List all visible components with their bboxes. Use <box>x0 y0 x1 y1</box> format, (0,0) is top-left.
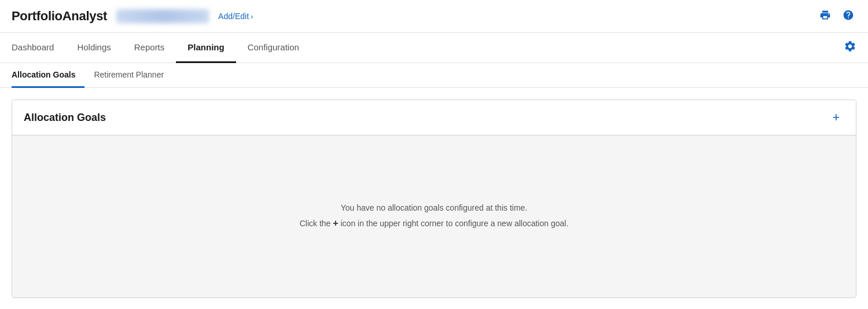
add-edit-link[interactable]: Add/Edit › <box>218 12 253 21</box>
card-header: Allocation Goals + <box>12 100 856 135</box>
empty-state-line2: Click the + icon in the upper right corn… <box>300 215 569 232</box>
allocation-goals-card: Allocation Goals + You have no allocatio… <box>12 100 856 298</box>
header-left: PortfolioAnalyst Add/Edit › <box>12 9 253 24</box>
print-button[interactable] <box>817 8 833 24</box>
settings-gear-button[interactable] <box>844 40 856 56</box>
nav-tabs-left: Dashboard Holdings Reports Planning Conf… <box>12 33 311 62</box>
card-body: You have no allocation goals configured … <box>12 135 856 297</box>
chevron-right-icon: › <box>251 12 253 21</box>
tab-holdings[interactable]: Holdings <box>65 33 122 63</box>
sub-tab-allocation-goals[interactable]: Allocation Goals <box>12 63 84 88</box>
tab-reports[interactable]: Reports <box>123 33 176 63</box>
sub-tab-retirement-planner[interactable]: Retirement Planner <box>84 63 173 88</box>
header-right <box>817 8 856 24</box>
empty-state: You have no allocation goals configured … <box>300 201 569 232</box>
plus-inline-icon: + <box>333 218 338 228</box>
sub-tabs: Allocation Goals Retirement Planner <box>0 63 868 88</box>
card-title: Allocation Goals <box>24 112 106 124</box>
tab-dashboard[interactable]: Dashboard <box>12 33 65 63</box>
tab-configuration[interactable]: Configuration <box>236 33 311 63</box>
help-button[interactable] <box>840 8 856 24</box>
app-title: PortfolioAnalyst <box>12 9 107 24</box>
add-allocation-goal-button[interactable]: + <box>828 109 844 126</box>
account-selector-blurred[interactable] <box>116 9 209 23</box>
print-icon <box>819 9 831 24</box>
header: PortfolioAnalyst Add/Edit › <box>0 0 868 33</box>
main-content: Allocation Goals + You have no allocatio… <box>0 88 868 309</box>
add-edit-label: Add/Edit <box>218 12 249 21</box>
help-icon <box>843 9 854 24</box>
tab-planning[interactable]: Planning <box>176 33 236 63</box>
empty-state-line1: You have no allocation goals configured … <box>300 201 569 215</box>
nav-tabs: Dashboard Holdings Reports Planning Conf… <box>0 33 868 63</box>
